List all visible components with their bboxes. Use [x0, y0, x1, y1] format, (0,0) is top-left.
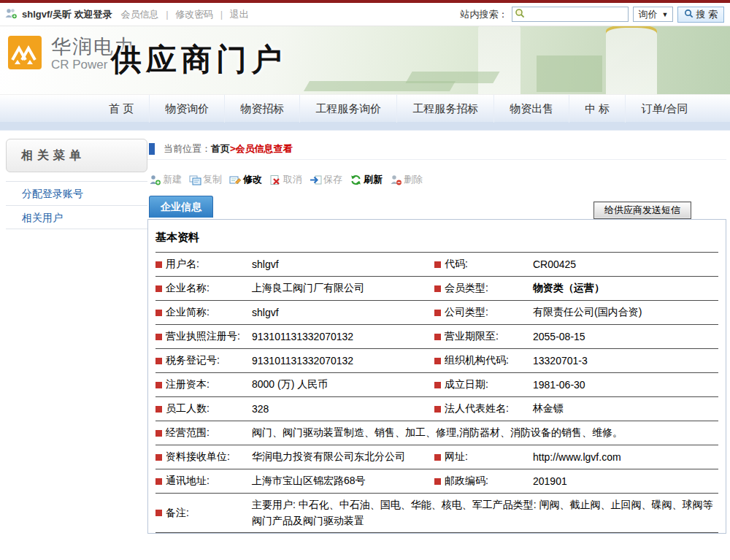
breadcrumb-marker-icon [149, 143, 155, 155]
field-label: 法人代表姓名: [434, 402, 533, 415]
breadcrumb-separator: > [230, 143, 236, 154]
nav-item[interactable]: 工程服务询价 [299, 95, 396, 123]
table-row: 通讯地址:上海市宝山区锦宏路68号邮政编码:201901 [155, 469, 718, 493]
nav-item[interactable]: 中 标 [569, 95, 625, 123]
nav-item[interactable]: 物资招标 [224, 95, 299, 123]
field-label: 代码: [434, 258, 533, 271]
search-button[interactable]: 搜 索 [677, 7, 724, 23]
red-square-bullet-icon [155, 382, 162, 388]
save-icon [310, 174, 322, 185]
取消-toolbar-button[interactable]: 取消 [269, 173, 302, 186]
field-label: 资料接收单位: [155, 450, 252, 464]
field-label: 税务登记号: [155, 354, 252, 367]
field-label: 企业名称: [155, 282, 252, 295]
cooling-tower-graphic [478, 26, 520, 94]
删除-toolbar-button[interactable]: 删除 [390, 173, 423, 186]
chevron-down-icon: ▼ [661, 11, 668, 18]
field-value: 13320701-3 [533, 355, 718, 367]
topbar-link[interactable]: 会员信息 [121, 9, 159, 20]
search-icon [515, 8, 525, 20]
red-square-bullet-icon [155, 358, 162, 364]
banner-graphic [304, 81, 456, 91]
nav-item[interactable]: 订单/合同 [625, 95, 703, 123]
修改-toolbar-button[interactable]: 修改 [229, 173, 262, 186]
cooling-tower-graphic [606, 26, 657, 94]
toolbar-button-label: 保存 [323, 173, 342, 186]
red-square-bullet-icon [155, 430, 162, 437]
table-row: 企业名称:上海良工阀门厂有限公司会员类型:物资类（运营） [155, 276, 718, 300]
tab-row: 企业信息 给供应商发送短信 [147, 193, 726, 218]
field-value: 201901 [533, 475, 718, 487]
search-icon [684, 9, 694, 20]
red-square-bullet-icon [434, 454, 441, 461]
tab-company-info[interactable]: 企业信息 [149, 196, 213, 218]
刷新-toolbar-button[interactable]: 刷新 [350, 173, 383, 186]
page-title: 供应商门户 [111, 39, 286, 80]
field-label: 注册资本: [155, 378, 252, 391]
topbar: shlgvf/吴昕 欢迎登录 会员信息 | 修改密码 | 退出 站内搜索： 询价… [0, 3, 730, 26]
field-value: 913101131332070132 [252, 331, 434, 342]
red-square-bullet-icon [155, 285, 162, 292]
topbar-link[interactable]: 退出 [230, 9, 249, 20]
field-value: 上海良工阀门厂有限公司 [252, 282, 434, 295]
user-delete-icon [390, 174, 402, 185]
site-search-box[interactable] [512, 7, 629, 22]
toolbar-button-label: 复制 [203, 173, 222, 186]
toolbar-button-label: 新建 [163, 173, 182, 186]
field-label: 备注: [155, 507, 252, 520]
table-row: 员工人数:328法人代表姓名:林金镖 [155, 396, 718, 421]
table-row: 注册资本:8000 (万) 人民币成立日期:1981-06-30 [155, 372, 718, 396]
cancel-icon [269, 174, 282, 185]
sidebar-item[interactable]: 分配登录账号 [6, 181, 147, 205]
field-value: http://www.lgvf.com [533, 451, 718, 463]
nav-item[interactable]: 物资询价 [149, 95, 224, 123]
新建-toolbar-button[interactable]: 新建 [149, 173, 182, 186]
table-row: 营业执照注册号:913101131332070132营业期限至:2055-08-… [155, 324, 718, 348]
保存-toolbar-button[interactable]: 保存 [310, 173, 342, 186]
table-row: 用户名:shlgvf代码:CR00425 [155, 252, 718, 276]
field-value: 913101131332070132 [252, 355, 434, 367]
sidebar-item[interactable]: 相关用户 [6, 205, 147, 229]
table-row: 税务登记号:913101131332070132组织机构代码:13320701-… [155, 348, 718, 372]
field-label: 经营范围: [155, 426, 252, 440]
red-square-bullet-icon [434, 382, 441, 388]
breadcrumb-home-link[interactable]: 首页 [211, 142, 230, 156]
field-label: 通讯地址: [155, 475, 252, 488]
table-row: 经营范围:阀门、阀门驱动装置制造、销售、加工、修理,消防器材、消防设备的销售、维… [155, 421, 718, 445]
field-value: CR00425 [533, 258, 718, 270]
topbar-link[interactable]: 修改密码 [175, 9, 213, 20]
field-value: 有限责任公司(国内合资) [533, 306, 718, 319]
toolbar-button-label: 修改 [243, 173, 262, 186]
toolbar-button-label: 删除 [404, 173, 423, 186]
site-search-label: 站内搜索： [460, 8, 507, 21]
field-label: 邮政编码: [434, 475, 533, 488]
red-square-bullet-icon [434, 334, 441, 340]
nav-item[interactable]: 首 页 [93, 95, 149, 123]
field-label: 营业执照注册号: [155, 330, 252, 343]
edit-icon [229, 174, 242, 185]
site-search-input[interactable] [525, 9, 626, 20]
red-square-bullet-icon [155, 334, 162, 340]
search-category-select[interactable]: 询价 ▼ [633, 7, 673, 22]
user-add-icon [149, 174, 161, 185]
field-value: shlgvf [252, 307, 434, 318]
table-row: 企业简称:shlgvf公司类型:有限责任公司(国内合资) [155, 300, 718, 324]
send-sms-button[interactable]: 给供应商发送短信 [593, 202, 691, 219]
basic-info-table: 用户名:shlgvf代码:CR00425企业名称:上海良工阀门厂有限公司会员类型… [155, 252, 718, 533]
field-value: 主要用户: 中石化、中石油、国电、华能、核电、军工产品类型: 闸阀、截止阀、止回… [252, 494, 718, 532]
record-toolbar: 新建复制修改取消保存刷新删除 [149, 173, 726, 186]
复制-toolbar-button[interactable]: 复制 [189, 173, 222, 186]
copy-icon [189, 174, 201, 185]
section-title: 基本资料 [148, 220, 726, 252]
field-value: 林金镖 [533, 402, 718, 415]
nav-item[interactable]: 工程服务招标 [396, 95, 493, 123]
field-label: 网址: [434, 450, 533, 464]
red-square-bullet-icon [434, 261, 441, 268]
red-square-bullet-icon [155, 261, 162, 268]
field-value: 华润电力投资有限公司东北分公司 [252, 450, 434, 464]
nav-item[interactable]: 物资出售 [493, 95, 569, 123]
red-square-bullet-icon [434, 310, 441, 316]
cr-power-logo-icon [7, 35, 42, 73]
users-icon [4, 8, 18, 21]
field-label: 员工人数: [155, 402, 252, 415]
